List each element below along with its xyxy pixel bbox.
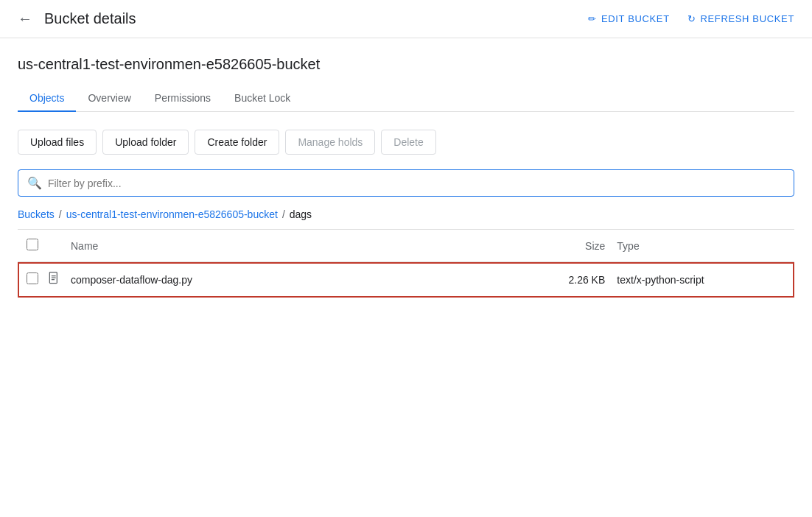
row-size: 2.26 KB	[501, 262, 612, 298]
file-table: Name Size Type	[18, 230, 794, 298]
tab-objects[interactable]: Objects	[18, 85, 76, 111]
breadcrumb: Buckets / us-central1-test-environmen-e5…	[18, 208, 794, 220]
back-button[interactable]: ←	[18, 10, 32, 27]
col-type-header: Type	[611, 230, 794, 262]
create-folder-button[interactable]: Create folder	[195, 130, 279, 155]
header-icon-cell	[44, 230, 65, 262]
table-row[interactable]: composer-dataflow-dag.py 2.26 KB text/x-…	[18, 262, 794, 298]
action-buttons: Upload files Upload folder Create folder…	[18, 130, 794, 155]
edit-bucket-button[interactable]: ✏ EDIT BUCKET	[588, 13, 670, 24]
page-title: Bucket details	[44, 10, 576, 27]
row-icon-cell	[44, 262, 65, 298]
search-input[interactable]	[48, 177, 785, 189]
manage-holds-button[interactable]: Manage holds	[285, 130, 375, 155]
search-bar: 🔍	[18, 169, 794, 197]
breadcrumb-bucket-link[interactable]: us-central1-test-environmen-e5826605-buc…	[66, 208, 278, 220]
refresh-bucket-button[interactable]: ↻ REFRESH BUCKET	[687, 13, 794, 24]
edit-bucket-label: EDIT BUCKET	[601, 13, 670, 24]
main-content: us-central1-test-environmen-e5826605-buc…	[0, 38, 812, 298]
search-icon: 🔍	[27, 176, 42, 190]
select-all-checkbox[interactable]	[27, 239, 38, 250]
tab-bucket-lock[interactable]: Bucket Lock	[223, 85, 302, 111]
row-checkbox-cell	[18, 262, 44, 298]
bucket-name: us-central1-test-environmen-e5826605-buc…	[18, 56, 794, 73]
row-checkbox[interactable]	[27, 272, 38, 284]
breadcrumb-sep-1: /	[59, 208, 62, 220]
tabs: Objects Overview Permissions Bucket Lock	[18, 85, 794, 112]
delete-button[interactable]: Delete	[381, 130, 435, 155]
breadcrumb-current: dags	[290, 208, 312, 220]
col-size-header: Size	[501, 230, 612, 262]
tab-permissions[interactable]: Permissions	[143, 85, 223, 111]
table-header: Name Size Type	[18, 230, 794, 262]
upload-files-button[interactable]: Upload files	[18, 130, 97, 155]
upload-folder-button[interactable]: Upload folder	[102, 130, 189, 155]
table-body: composer-dataflow-dag.py 2.26 KB text/x-…	[18, 262, 794, 298]
refresh-icon: ↻	[687, 13, 696, 24]
breadcrumb-buckets[interactable]: Buckets	[18, 208, 55, 220]
header-checkbox-cell	[18, 230, 44, 262]
refresh-bucket-label: REFRESH BUCKET	[700, 13, 794, 24]
row-type: text/x-python-script	[611, 262, 794, 298]
edit-icon: ✏	[588, 13, 597, 24]
breadcrumb-sep-2: /	[282, 208, 285, 220]
row-name[interactable]: composer-dataflow-dag.py	[65, 262, 501, 298]
file-icon	[47, 271, 62, 286]
tab-overview[interactable]: Overview	[76, 85, 142, 111]
col-name-header: Name	[65, 230, 501, 262]
page-header: ← Bucket details ✏ EDIT BUCKET ↻ REFRESH…	[0, 0, 812, 38]
header-actions: ✏ EDIT BUCKET ↻ REFRESH BUCKET	[588, 13, 794, 24]
